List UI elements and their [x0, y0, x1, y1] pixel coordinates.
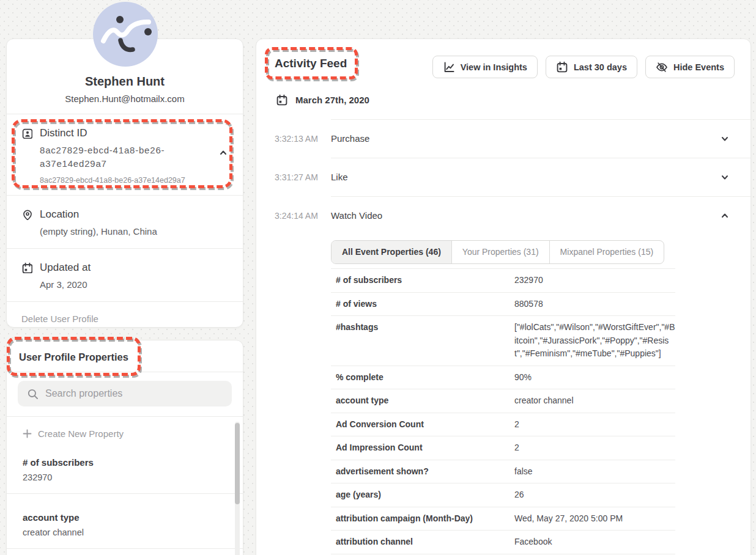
table-row: attribution campaign (Month-Day) Wed, Ma… [331, 507, 675, 531]
activity-feed-card: Activity Feed View in Insights Last 30 d… [256, 39, 751, 555]
distinct-id-secondary-value: 8ac27829-ebcd-41a8-be26-a37e14ed29a7 [40, 175, 228, 185]
list-item[interactable]: account type creator channel [7, 501, 243, 549]
table-row: #hashtags ["#lolCats","#Wilson","#WorstG… [331, 316, 675, 366]
hide-events-button[interactable]: Hide Events [645, 56, 735, 78]
event-name: Watch Video [331, 210, 720, 221]
table-row: Ad Impression Count 2 [331, 436, 675, 460]
event-row-purchase[interactable]: 3:32:13 AM Purchase [256, 119, 750, 158]
event-name: Purchase [331, 133, 720, 144]
line-chart-icon [443, 61, 454, 73]
event-detail-panel: All Event Properties (46) Your Propertie… [331, 240, 675, 554]
event-row-watch-video[interactable]: 3:24:14 AM Watch Video [256, 196, 750, 235]
chevron-up-icon[interactable] [218, 148, 228, 158]
event-properties-tabs: All Event Properties (46) Your Propertie… [331, 240, 664, 264]
distinct-id-value: 8ac27829-ebcd-41a8-be26-a37e14ed29a7 [40, 144, 196, 171]
chevron-down-icon[interactable] [720, 172, 730, 182]
scrollbar-thumb[interactable] [235, 423, 240, 504]
property-value: creator channel [23, 526, 227, 538]
table-row: % complete 90% [331, 366, 675, 390]
calendar-icon [276, 94, 287, 106]
table-row: advertisement shown? false [331, 460, 675, 484]
location-label: Location [40, 208, 79, 221]
location-section: Location (empty string), Hunan, China [7, 196, 243, 249]
table-row: age (years) 26 [331, 483, 675, 507]
property-name: account type [23, 512, 227, 524]
event-time: 3:32:13 AM [275, 134, 331, 144]
distinct-id-label: Distinct ID [40, 127, 87, 140]
updated-at-label: Updated at [40, 261, 91, 274]
plus-icon [23, 429, 32, 438]
table-row: # of subscribers 232970 [331, 268, 675, 293]
property-name: # of subscribers [23, 457, 227, 469]
user-profile-properties-card: User Profile Properties Create New Prope… [6, 340, 243, 555]
user-name: Stephen Hunt [19, 75, 231, 88]
tab-your-properties[interactable]: Your Properties (31) [451, 241, 549, 263]
last-30-days-button[interactable]: Last 30 days [546, 56, 637, 78]
properties-list: Create New Property # of subscribers 232… [7, 417, 243, 549]
event-time: 3:24:14 AM [275, 211, 331, 221]
event-time: 3:31:27 AM [275, 172, 331, 182]
event-name: Like [331, 172, 720, 182]
user-email: Stephen.Hunt@hotmailx.com [19, 93, 231, 105]
search-icon [27, 388, 38, 399]
event-properties-table: # of subscribers 232970 # of views 88057… [331, 268, 675, 554]
location-value: (empty string), Hunan, China [40, 225, 228, 238]
table-row: attribution channel Facebook [331, 531, 675, 554]
view-in-insights-button[interactable]: View in Insights [432, 56, 538, 78]
search-properties-input[interactable] [45, 388, 223, 399]
tab-mixpanel-properties[interactable]: Mixpanel Properties (15) [549, 241, 664, 263]
chevron-up-icon[interactable] [720, 211, 730, 221]
toolbar: View in Insights Last 30 days Hide Event… [432, 56, 735, 78]
updated-at-section: Updated at Apr 3, 2020 [7, 249, 243, 302]
chevron-down-icon[interactable] [720, 134, 730, 144]
distinct-id-section: Distinct ID 8ac27829-ebcd-41a8-be26-a37e… [7, 114, 243, 196]
property-value: 232970 [23, 471, 227, 483]
table-row: account type creator channel [331, 389, 675, 413]
list-item[interactable]: # of subscribers 232970 [7, 446, 243, 494]
table-row: Ad Conversion Count 2 [331, 413, 675, 437]
contact-card-icon [21, 128, 32, 139]
activity-feed-title: Activity Feed [275, 56, 347, 72]
user-profile-properties-title: User Profile Properties [19, 351, 128, 362]
user-profile-card: Stephen Hunt Stephen.Hunt@hotmailx.com D… [6, 39, 243, 328]
tab-all-event-properties[interactable]: All Event Properties (46) [332, 241, 451, 263]
location-pin-icon [21, 209, 32, 220]
search-properties-box[interactable] [18, 381, 232, 406]
updated-at-value: Apr 3, 2020 [40, 278, 228, 292]
calendar-icon [21, 262, 32, 273]
table-row: # of views 880578 [331, 293, 675, 317]
delete-user-profile-button[interactable]: Delete User Profile [7, 302, 243, 336]
avatar [93, 2, 158, 67]
eye-off-icon [656, 61, 667, 73]
event-row-like[interactable]: 3:31:27 AM Like [256, 158, 750, 196]
calendar-icon [556, 61, 568, 73]
create-new-property-button[interactable]: Create New Property [7, 417, 243, 446]
date-header: March 27th, 2020 [256, 94, 750, 106]
